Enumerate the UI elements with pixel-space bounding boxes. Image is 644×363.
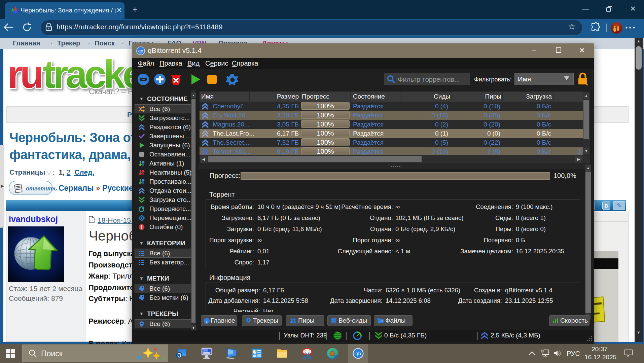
svg-text:qb: qb	[138, 48, 143, 53]
svg-text:⇄: ⇄	[380, 320, 383, 323]
svg-text:ru: ru	[7, 52, 41, 96]
svg-text:i: i	[206, 319, 208, 324]
svg-text:qb: qb	[355, 351, 361, 356]
